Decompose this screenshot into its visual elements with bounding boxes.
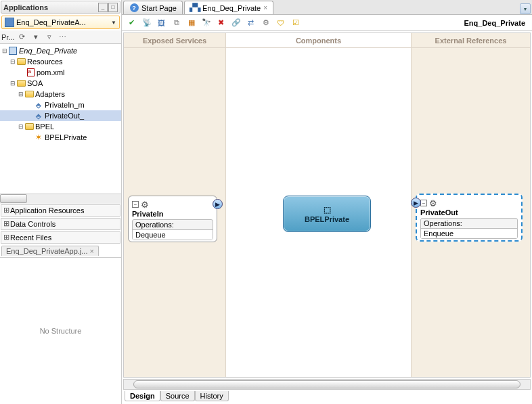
app-icon [5, 18, 14, 27]
application-selector-label: Enq_Deq_PrivateA... [16, 18, 111, 26]
tab-list-button[interactable]: ▾ [520, 3, 531, 14]
image-icon[interactable]: 🖼 [156, 17, 167, 28]
tree-bpel-folder[interactable]: ⊟ BPEL [0, 121, 121, 132]
gear-icon: ⚙ [141, 200, 149, 210]
reference-private-out[interactable]: ▶ − ⚙ PrivateOut Operations: Enqueue [416, 194, 523, 242]
tree-hscroll[interactable] [0, 194, 121, 204]
bottom-file-tab[interactable]: Enq_Deq_PrivateApp.j... × [1, 246, 99, 256]
project-label: Pr... [1, 33, 15, 41]
tree-adapter-out[interactable]: ⬘ PrivateOut_ [0, 110, 121, 121]
bpel-component[interactable]: ⬚ BPELPrivate [283, 196, 371, 232]
editor-title: Enq_Deq_Private [464, 19, 525, 27]
help-icon: ? [130, 3, 139, 12]
options-icon[interactable]: ⋯ [57, 32, 69, 43]
shield-icon[interactable]: 🛡 [275, 17, 286, 28]
delete-icon[interactable]: ✖ [215, 17, 227, 28]
gear-icon[interactable]: ⚙ [260, 17, 271, 28]
bpel-icon: ⬚ [324, 205, 331, 215]
tree-bpel-file[interactable]: ✶ BPELPrivate [0, 132, 121, 143]
antenna-icon[interactable]: 📡 [141, 17, 152, 28]
wire-out-icon[interactable]: ▶ [213, 199, 223, 209]
panel-minimize-button[interactable]: _ [98, 3, 108, 12]
component-icon[interactable]: ▦ [185, 17, 197, 28]
application-selector[interactable]: Enq_Deq_PrivateA... ▼ [1, 16, 120, 29]
project-tree[interactable]: ⊟ Enq_Deq_Private ⊟ Resources pom.xml ⊟ … [0, 44, 121, 194]
binoculars-icon[interactable]: 🔭 [200, 17, 212, 28]
tab-design[interactable]: Design [125, 391, 160, 401]
structure-panel: No Structure [0, 258, 121, 405]
gear-icon: ⚙ [429, 198, 437, 208]
collapse-icon[interactable]: − [420, 200, 427, 206]
validate-icon[interactable]: ✔ [126, 17, 137, 28]
tree-resources[interactable]: ⊟ Resources [0, 56, 121, 67]
tab-source[interactable]: Source [160, 391, 195, 401]
editor-tabs: ? Start Page ▞▚ Enq_Deq_Private × ▾ [122, 0, 532, 15]
applications-panel-header: Applications _ □ [1, 1, 120, 14]
editor-toolbar: ✔ 📡 🖼 ⧉ ▦ 🔭 ✖ 🔗 ⇄ ⚙ 🛡 ☑ Enq_Deq_Private [122, 15, 532, 31]
wire-in-icon[interactable]: ▶ [411, 198, 421, 208]
copy-icon[interactable]: ⧉ [171, 17, 182, 28]
panel-restore-button[interactable]: □ [108, 3, 118, 12]
tree-adapter-in[interactable]: ⬘ PrivateIn_m [0, 99, 121, 110]
section-app-resources[interactable]: ⊞Application Resources [1, 204, 120, 217]
collapse-icon[interactable]: − [132, 201, 139, 208]
tab-history[interactable]: History [195, 391, 229, 401]
funnel-icon[interactable]: ▿ [43, 32, 56, 43]
editor-mode-tabs: Design Source History [122, 391, 532, 404]
tree-soa[interactable]: ⊟ SOA [0, 78, 121, 89]
tree-adapters[interactable]: ⊟ Adapters [0, 89, 121, 99]
adapter-icon: ⬘ [34, 101, 43, 110]
service-private-in[interactable]: ▶ − ⚙ PrivateIn Operations: Dequeue [128, 196, 217, 242]
composite-canvas[interactable]: Exposed Services ▶ − ⚙ PrivateIn Operati… [123, 32, 531, 378]
tab-composite[interactable]: ▞▚ Enq_Deq_Private × [184, 1, 273, 14]
link-icon[interactable]: 🔗 [230, 17, 242, 28]
filter-icon[interactable]: ▾ [30, 32, 42, 43]
applications-title: Applications [3, 3, 97, 12]
check-box-icon[interactable]: ☑ [290, 17, 301, 28]
project-toolbar: Pr... ⟳ ▾ ▿ ⋯ [0, 30, 121, 44]
bpel-icon: ✶ [34, 133, 43, 142]
refresh-icon[interactable]: ⟳ [16, 32, 28, 43]
canvas-hscroll[interactable] [123, 379, 531, 390]
tab-start-page[interactable]: ? Start Page [123, 1, 183, 14]
composite-icon: ▞▚ [190, 3, 200, 13]
flow-icon[interactable]: ⇄ [245, 17, 257, 28]
lane-external: External References ▶ − ⚙ PrivateOut Ope… [412, 33, 530, 377]
tree-project-root[interactable]: ⊟ Enq_Deq_Private [0, 45, 121, 56]
section-data-controls[interactable]: ⊞Data Controls [1, 218, 120, 230]
section-recent-files[interactable]: ⊞Recent Files [1, 231, 120, 244]
tree-pom[interactable]: pom.xml [0, 67, 121, 78]
chevron-down-icon: ▼ [111, 20, 116, 26]
lane-exposed: Exposed Services ▶ − ⚙ PrivateIn Operati… [124, 33, 225, 377]
adapter-icon: ⬘ [34, 112, 43, 120]
bottom-files-tabs: Enq_Deq_PrivateApp.j... × [0, 244, 121, 258]
close-icon[interactable]: × [263, 4, 267, 12]
